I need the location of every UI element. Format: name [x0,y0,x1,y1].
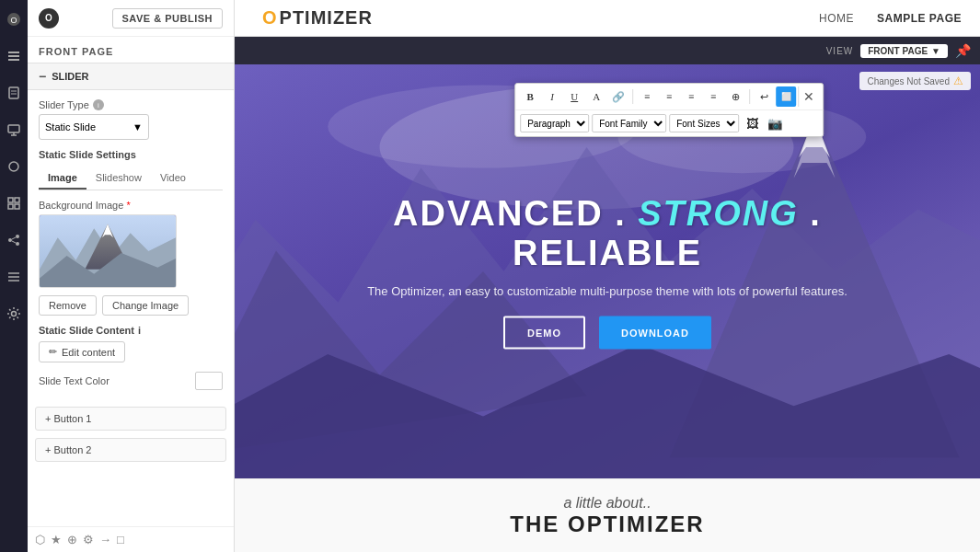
grid-icon[interactable] [4,193,24,213]
collapse-icon[interactable]: − [39,69,46,84]
svg-point-11 [9,162,18,171]
tab-image[interactable]: Image [39,167,86,190]
svg-point-16 [16,235,19,238]
optimizer-logo: O PTIMIZER [262,7,373,29]
hero-section: B I U A 🔗 ≡ ≡ ≡ ≡ ⊕ ↩ ⬜ ✕ Paragraph [235,64,980,478]
button2-accordion[interactable]: + Button 2 [35,438,226,462]
hero-title: ADVANCED . STRONG . RELIABLE [309,194,905,273]
static-content-info-icon: i [138,325,141,336]
footer-icon-settings[interactable]: ⚙ [83,533,94,546]
font-sizes-select[interactable]: Font Sizes [669,114,739,132]
slider-type-info-icon: i [93,99,104,110]
svg-line-20 [12,241,16,243]
toolbar-row-1: B I U A 🔗 ≡ ≡ ≡ ≡ ⊕ ↩ ⬜ ✕ [515,84,823,110]
menu-icon[interactable] [4,46,24,66]
svg-point-18 [16,242,19,246]
image-insert-button[interactable]: 🖼 [742,113,762,133]
hero-title-strong[interactable]: STRONG [638,194,799,233]
hero-subtitle: The Optimizer, an easy to customizable m… [309,284,905,298]
undo-button[interactable]: ↩ [754,86,774,107]
logo-o: O [262,7,278,29]
sidebar-icon-column: O [0,0,28,552]
bg-image-row: Background Image * [39,200,223,316]
footer-icon-desktop[interactable]: □ [117,533,124,546]
list-icon[interactable] [4,267,24,287]
bottom-optimizer-title: THE OPTIMIZER [510,512,704,537]
bold-button[interactable]: B [520,86,540,107]
circle-icon[interactable] [4,156,24,177]
nav-sample-page[interactable]: SAMPLE PAGE [877,12,962,25]
toolbar-separator-2 [749,89,750,104]
expand-button[interactable]: ⬜ [776,86,796,107]
pencil-icon: ✏ [49,346,57,358]
image-tabs: Image Slideshow Video [39,167,223,190]
footer-icon-arrow[interactable]: → [99,533,111,546]
remove-image-button[interactable]: Remove [39,295,97,316]
pages-icon[interactable] [4,83,24,103]
link-button[interactable]: 🔗 [608,86,628,107]
chevron-down-icon: ▼ [133,121,143,132]
app-logo: O [39,8,59,29]
align-left-button[interactable]: ≡ [659,86,679,107]
svg-rect-5 [9,87,18,98]
share-icon[interactable] [4,230,24,250]
close-toolbar-button[interactable]: ✕ [798,86,818,107]
accordion-section: + Button 1 + Button 2 [28,399,234,469]
list-button[interactable]: ≡ [637,86,657,107]
download-button[interactable]: DOWNLOAD [599,316,711,350]
changes-text: Changes Not Saved [867,76,950,86]
tab-video[interactable]: Video [151,167,195,190]
settings-icon[interactable] [4,304,24,324]
svg-rect-2 [8,52,19,53]
media-button[interactable]: 📷 [765,113,785,133]
chevron-down-icon: ▼ [931,46,940,56]
edit-content-button[interactable]: ✏ Edit content [39,341,125,362]
save-publish-button[interactable]: SAVE & PUBLISH [112,8,223,29]
font-family-select[interactable]: Font Family [592,114,666,132]
image-preview [39,214,177,288]
pin-icon[interactable]: 📌 [955,43,971,58]
demo-button[interactable]: DEMO [503,316,585,350]
align-center-button[interactable]: ≡ [681,86,701,107]
section-header-slider: − SLIDER [28,63,234,90]
align-right-button[interactable]: ≡ [703,86,723,107]
svg-text:O: O [10,16,17,25]
svg-rect-14 [8,204,13,209]
footer-icon-star[interactable]: ★ [51,533,62,546]
toolbar-separator-1 [632,89,633,104]
main-nav: HOME SAMPLE PAGE [819,12,962,25]
about-italic-text: a little about.. [563,495,651,512]
svg-rect-3 [8,55,19,57]
warning-icon: ⚠ [953,75,963,87]
view-label: VIEW [826,46,854,56]
slider-type-row: Slider Type i Static Slide ▼ [39,99,223,140]
section-label: SLIDER [52,71,88,82]
static-slide-settings-label: Static Slide Settings [39,149,223,160]
font-color-button[interactable]: A [586,86,606,107]
button1-accordion[interactable]: + Button 1 [35,407,226,431]
paragraph-select[interactable]: Paragraph [520,114,589,132]
toolbar-row-2: Paragraph Font Family Font Sizes 🖼 📷 [515,110,823,136]
logo-rest: PTIMIZER [280,7,373,29]
svg-rect-4 [8,59,19,61]
italic-button[interactable]: I [542,86,562,107]
change-image-button[interactable]: Change Image [102,295,189,316]
changes-badge: Changes Not Saved ⚠ [859,72,971,90]
static-content-label: Static Slide Content i [39,325,223,336]
underline-button[interactable]: U [564,86,584,107]
svg-point-17 [8,238,12,242]
panel-footer: ⬡ ★ ⊕ ⚙ → □ [28,526,234,552]
footer-icon-move[interactable]: ⬡ [35,533,45,546]
tab-slideshow[interactable]: Slideshow [86,167,151,190]
hero-content: ADVANCED . STRONG . RELIABLE The Optimiz… [309,194,905,350]
slide-text-color-swatch[interactable] [195,372,223,390]
desktop-icon[interactable] [4,120,24,140]
app-logo-icon[interactable]: O [4,9,24,29]
footer-icon-add[interactable]: ⊕ [67,533,77,546]
slider-type-select[interactable]: Static Slide ▼ [39,114,149,140]
view-page-button[interactable]: FRONT PAGE ▼ [860,44,948,58]
svg-rect-8 [8,125,19,132]
insert-button[interactable]: ⊕ [725,86,745,107]
slide-text-color-row: Slide Text Color [39,372,223,390]
nav-home[interactable]: HOME [819,12,854,25]
